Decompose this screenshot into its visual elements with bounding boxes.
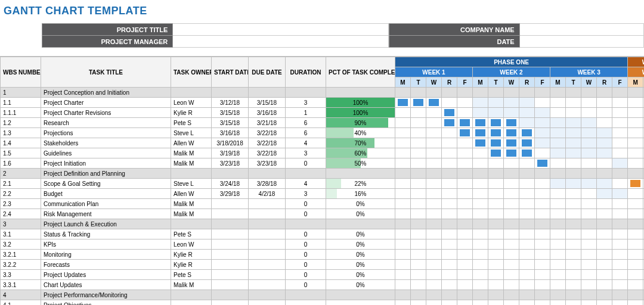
gantt-cell[interactable]	[504, 300, 519, 306]
cell-start[interactable]	[212, 219, 249, 229]
cell-due[interactable]	[249, 280, 286, 290]
gantt-cell[interactable]	[426, 179, 442, 189]
gantt-cell[interactable]	[457, 250, 473, 260]
cell-wbs[interactable]: 3.3.1	[1, 280, 41, 290]
gantt-cell[interactable]	[426, 280, 442, 290]
gantt-cell[interactable]	[628, 118, 643, 128]
cell-start[interactable]	[212, 260, 249, 270]
gantt-cell[interactable]	[566, 209, 581, 219]
gantt-cell[interactable]	[442, 158, 457, 169]
gantt-cell[interactable]	[504, 209, 519, 219]
cell-task[interactable]: Chart Updates	[41, 280, 171, 290]
gantt-cell[interactable]	[535, 169, 550, 179]
gantt-cell[interactable]	[597, 219, 612, 229]
cell-due[interactable]: 3/21/18	[249, 118, 286, 128]
cell-dur[interactable]: 0	[286, 199, 326, 209]
cell-task[interactable]: Project Objectives	[41, 300, 171, 306]
gantt-cell[interactable]	[411, 219, 426, 229]
gantt-cell[interactable]	[612, 199, 628, 209]
gantt-cell[interactable]	[612, 138, 628, 148]
cell-task[interactable]: Monitoring	[41, 250, 171, 260]
gantt-cell[interactable]	[612, 280, 628, 290]
gantt-cell[interactable]	[628, 169, 643, 179]
gantt-cell[interactable]	[581, 189, 597, 199]
gantt-cell[interactable]	[504, 158, 519, 169]
cell-owner[interactable]: Malik M	[171, 209, 212, 219]
gantt-cell[interactable]	[612, 209, 628, 219]
gantt-cell[interactable]	[504, 128, 519, 138]
gantt-cell[interactable]	[411, 280, 426, 290]
gantt-cell[interactable]	[519, 169, 535, 179]
gantt-cell[interactable]	[411, 199, 426, 209]
cell-dur[interactable]	[286, 169, 326, 179]
gantt-cell[interactable]	[411, 239, 426, 250]
cell-dur[interactable]	[286, 219, 326, 229]
gantt-cell[interactable]	[597, 229, 612, 239]
gantt-cell[interactable]	[395, 199, 411, 209]
cell-wbs[interactable]: 2.3	[1, 199, 41, 209]
gantt-cell[interactable]	[550, 300, 566, 306]
gantt-cell[interactable]	[597, 169, 612, 179]
gantt-cell[interactable]	[581, 270, 597, 280]
gantt-cell[interactable]	[442, 189, 457, 199]
gantt-cell[interactable]	[442, 280, 457, 290]
table-row[interactable]: 4.1Project Objectives	[1, 300, 645, 306]
cell-dur[interactable]: 4	[286, 138, 326, 148]
gantt-cell[interactable]	[442, 209, 457, 219]
gantt-cell[interactable]	[473, 239, 488, 250]
gantt-cell[interactable]	[504, 88, 519, 98]
gantt-cell[interactable]	[395, 219, 411, 229]
gantt-cell[interactable]	[535, 260, 550, 270]
gantt-cell[interactable]	[597, 148, 612, 158]
cell-task[interactable]: Project Charter	[41, 98, 171, 108]
gantt-cell[interactable]	[457, 128, 473, 138]
gantt-cell[interactable]	[457, 229, 473, 239]
gantt-cell[interactable]	[411, 108, 426, 118]
cell-owner[interactable]: Kylie R	[171, 260, 212, 270]
cell-due[interactable]: 3/22/18	[249, 128, 286, 138]
gantt-cell[interactable]	[426, 98, 442, 108]
cell-due[interactable]: 3/16/18	[249, 108, 286, 118]
gantt-cell[interactable]	[395, 260, 411, 270]
gantt-cell[interactable]	[442, 250, 457, 260]
cell-dur[interactable]: 1	[286, 108, 326, 118]
gantt-cell[interactable]	[488, 169, 504, 179]
cell-owner[interactable]: Pete S	[171, 118, 212, 128]
gantt-cell[interactable]	[504, 219, 519, 229]
gantt-cell[interactable]	[395, 98, 411, 108]
cell-start[interactable]: 3/12/18	[212, 98, 249, 108]
cell-pct[interactable]: 0%	[326, 280, 395, 290]
gantt-cell[interactable]	[504, 239, 519, 250]
gantt-cell[interactable]	[473, 199, 488, 209]
gantt-cell[interactable]	[597, 179, 612, 189]
cell-start[interactable]: 3/29/18	[212, 189, 249, 199]
gantt-cell[interactable]	[581, 290, 597, 300]
gantt-cell[interactable]	[457, 290, 473, 300]
input-company-name[interactable]	[519, 24, 643, 36]
gantt-cell[interactable]	[426, 229, 442, 239]
gantt-cell[interactable]	[395, 179, 411, 189]
cell-task[interactable]: Project Updates	[41, 270, 171, 280]
gantt-cell[interactable]	[504, 270, 519, 280]
cell-owner[interactable]	[171, 169, 212, 179]
gantt-cell[interactable]	[550, 280, 566, 290]
cell-pct[interactable]: 16%	[326, 189, 395, 199]
gantt-cell[interactable]	[488, 260, 504, 270]
gantt-cell[interactable]	[488, 98, 504, 108]
cell-task[interactable]: Project Conception and Initiation	[41, 88, 171, 98]
gantt-cell[interactable]	[581, 209, 597, 219]
gantt-cell[interactable]	[473, 138, 488, 148]
gantt-cell[interactable]	[566, 98, 581, 108]
cell-pct[interactable]: 0%	[326, 199, 395, 209]
cell-dur[interactable]: 0	[286, 250, 326, 260]
gantt-cell[interactable]	[488, 148, 504, 158]
table-row[interactable]: 1.2ResearchPete S3/15/183/21/18690%	[1, 118, 645, 128]
cell-start[interactable]	[212, 280, 249, 290]
gantt-cell[interactable]	[612, 128, 628, 138]
gantt-cell[interactable]	[442, 229, 457, 239]
gantt-cell[interactable]	[581, 280, 597, 290]
cell-owner[interactable]: Malik M	[171, 148, 212, 158]
gantt-cell[interactable]	[612, 179, 628, 189]
table-row[interactable]: 1.4StakeholdersAllen W3/18/20183/22/1847…	[1, 138, 645, 148]
gantt-cell[interactable]	[535, 280, 550, 290]
